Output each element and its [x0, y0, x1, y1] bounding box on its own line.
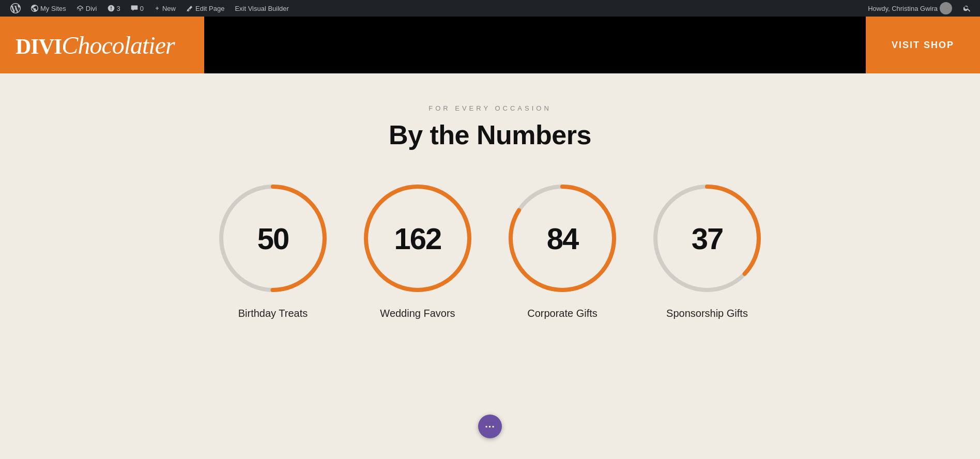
- edit-page-item[interactable]: Edit Page: [181, 0, 229, 17]
- search-button[interactable]: [959, 0, 975, 17]
- floating-btn-label: ···: [485, 421, 495, 433]
- stat-label-3: Sponsorship Gifts: [666, 308, 748, 319]
- main-content: FOR EVERY OCCASION By the Numbers 50 Bir…: [0, 73, 980, 387]
- admin-bar-right: Howdy, Christina Gwira: [863, 0, 975, 17]
- circle-container-3: 37: [650, 181, 764, 295]
- new-label: New: [162, 5, 176, 12]
- divi-item[interactable]: Divi: [71, 0, 102, 17]
- section-subtitle: FOR EVERY OCCASION: [428, 104, 552, 112]
- circle-container-1: 162: [361, 181, 474, 295]
- howdy-item[interactable]: Howdy, Christina Gwira: [863, 0, 957, 17]
- stat-value-3: 37: [692, 221, 723, 256]
- stat-item-2: 84 Corporate Gifts: [506, 181, 619, 319]
- stat-value-0: 50: [257, 221, 289, 256]
- stat-value-1: 162: [394, 221, 441, 256]
- wp-logo-item[interactable]: [5, 0, 26, 17]
- visit-shop-button[interactable]: VISIT SHOP: [866, 17, 980, 73]
- exit-visual-builder-label: Exit Visual Builder: [235, 5, 289, 12]
- my-sites-label: My Sites: [40, 5, 66, 12]
- stat-label-2: Corporate Gifts: [527, 308, 598, 319]
- edit-page-label: Edit Page: [195, 5, 224, 12]
- my-sites-item[interactable]: My Sites: [26, 0, 71, 17]
- circle-container-2: 84: [506, 181, 619, 295]
- new-item[interactable]: New: [149, 0, 181, 17]
- circle-container-0: 50: [216, 181, 330, 295]
- stat-value-2: 84: [547, 221, 578, 256]
- updates-item[interactable]: 3: [102, 0, 126, 17]
- stat-item-0: 50 Birthday Treats: [216, 181, 330, 319]
- divi-label: Divi: [86, 5, 97, 12]
- logo-area: DIVIChocolatier: [0, 17, 204, 73]
- comments-item[interactable]: 0: [126, 0, 149, 17]
- stats-row: 50 Birthday Treats 162 Wedding Favors 84: [216, 181, 764, 319]
- stat-item-3: 37 Sponsorship Gifts: [650, 181, 764, 319]
- logo: DIVIChocolatier: [16, 31, 175, 59]
- header-spacer: [204, 17, 866, 73]
- avatar: [940, 2, 952, 14]
- admin-bar: My Sites Divi 3 0 New Edit Page Exit Vis…: [0, 0, 980, 17]
- section-title: By the Numbers: [389, 119, 591, 150]
- floating-action-button[interactable]: ···: [478, 415, 502, 438]
- logo-script: Chocolatier: [62, 32, 174, 59]
- howdy-text: Howdy, Christina Gwira: [868, 5, 938, 12]
- comments-count: 0: [140, 5, 144, 12]
- exit-visual-builder-item[interactable]: Exit Visual Builder: [229, 0, 294, 17]
- logo-main: DIVI: [16, 35, 62, 58]
- stat-label-0: Birthday Treats: [238, 308, 308, 319]
- updates-label: 3: [117, 5, 120, 12]
- site-header: DIVIChocolatier VISIT SHOP: [0, 17, 980, 73]
- stat-item-1: 162 Wedding Favors: [361, 181, 474, 319]
- stat-label-1: Wedding Favors: [380, 308, 455, 319]
